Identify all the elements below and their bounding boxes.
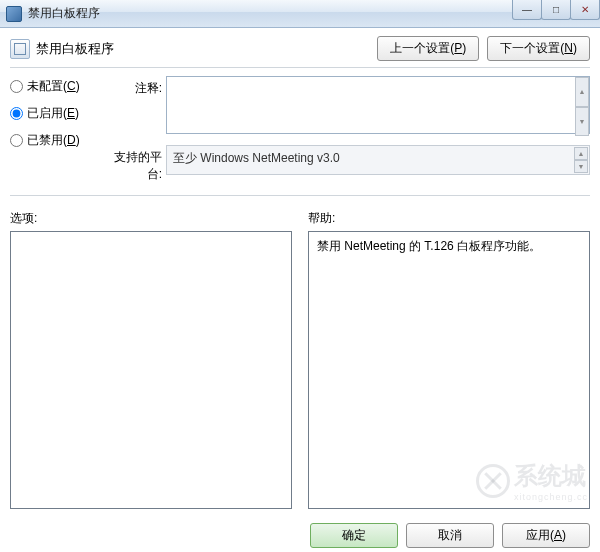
close-button[interactable]: ✕ <box>570 0 600 20</box>
content-area: 禁用白板程序 上一个设置(P) 下一个设置(N) 未配置(C) 已启用(E) <box>0 28 600 515</box>
lower-panels: 选项: 帮助: 禁用 NetMeeting 的 T.126 白板程序功能。 <box>10 210 590 509</box>
page-title: 禁用白板程序 <box>36 40 114 58</box>
comment-scrollbar[interactable]: ▲▼ <box>575 77 589 136</box>
platform-label: 支持的平台: <box>104 145 162 183</box>
window-buttons: — □ ✕ <box>513 0 600 20</box>
window-title: 禁用白板程序 <box>28 5 100 22</box>
platform-value: 至少 Windows NetMeeting v3.0 <box>173 151 340 165</box>
radio-enabled[interactable]: 已启用(E) <box>10 105 100 122</box>
next-setting-button[interactable]: 下一个设置(N) <box>487 36 590 61</box>
supported-platform-box: 至少 Windows NetMeeting v3.0 ▲▼ <box>166 145 590 175</box>
header-row: 禁用白板程序 上一个设置(P) 下一个设置(N) <box>10 36 590 61</box>
policy-icon <box>10 39 30 59</box>
app-icon <box>6 6 22 22</box>
radio-disabled-input[interactable] <box>10 134 23 147</box>
comment-label: 注释: <box>104 76 162 97</box>
state-radio-group: 未配置(C) 已启用(E) 已禁用(D) <box>10 76 100 149</box>
config-grid: 未配置(C) 已启用(E) 已禁用(D) 注释: ▲▼ 支持的平台: 至少 Wi… <box>10 76 590 183</box>
radio-enabled-input[interactable] <box>10 107 23 120</box>
radio-not-configured-input[interactable] <box>10 80 23 93</box>
cancel-button[interactable]: 取消 <box>406 523 494 548</box>
ok-button[interactable]: 确定 <box>310 523 398 548</box>
minimize-button[interactable]: — <box>512 0 542 20</box>
help-label: 帮助: <box>308 210 590 227</box>
footer-buttons: 确定 取消 应用(A) <box>0 515 600 552</box>
radio-disabled[interactable]: 已禁用(D) <box>10 132 100 149</box>
options-label: 选项: <box>10 210 292 227</box>
apply-button[interactable]: 应用(A) <box>502 523 590 548</box>
help-text: 禁用 NetMeeting 的 T.126 白板程序功能。 <box>317 239 541 253</box>
maximize-button[interactable]: □ <box>541 0 571 20</box>
comment-textarea[interactable] <box>166 76 590 134</box>
previous-setting-button[interactable]: 上一个设置(P) <box>377 36 479 61</box>
help-panel: 禁用 NetMeeting 的 T.126 白板程序功能。 <box>308 231 590 509</box>
radio-not-configured[interactable]: 未配置(C) <box>10 78 100 95</box>
options-panel <box>10 231 292 509</box>
separator-2 <box>10 195 590 196</box>
platform-scrollbar[interactable]: ▲▼ <box>574 147 588 173</box>
titlebar: 禁用白板程序 — □ ✕ <box>0 0 600 28</box>
separator <box>10 67 590 68</box>
